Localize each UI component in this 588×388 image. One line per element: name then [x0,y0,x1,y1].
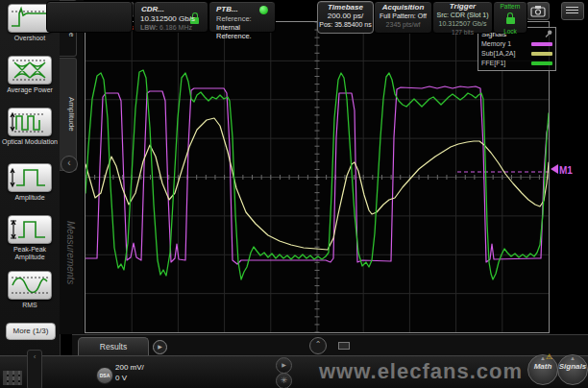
acquisition-panel[interactable]: Acquisition Full Pattern: Off 2345 pts/w… [374,1,432,34]
waveform-display[interactable]: 35.85400 ns Signals Memory 1 Sub[1A,2A] … [85,21,550,333]
math-label: Math [528,362,557,371]
results-bar: Results ▶ ⌃ [72,334,588,356]
camera-icon [528,4,548,18]
measurement-label: Average Power [0,86,60,94]
math-up-arrow-icon: ▲ [528,355,557,362]
signals-up-arrow-icon: ▲ [558,355,587,362]
trigger-line3: 127 bits [433,28,492,36]
status-bar [0,355,588,388]
math-warning-icon: ⚠ [546,353,552,361]
cdr-rate: 10.312500 Gb/s [140,14,195,23]
settings-gear-button[interactable]: ✳ [276,373,292,388]
math-button[interactable]: ▲ Math [527,354,558,385]
amplitude-icon [8,163,52,192]
acquisition-line1: Full Pattern: Off [375,12,431,20]
cdr-lbw-label: LBW: [140,24,158,31]
timebase-title: Timebase [318,3,373,12]
acquisition-line2: 2345 pts/wf [375,20,431,29]
legend-item-sub: Sub[1A,2A] [481,49,552,59]
pin-icon[interactable] [545,30,552,37]
measurements-sidebar: Overshoot Average Power Optical Modulati… [0,0,61,355]
cdr-lbw-value: 6.186 MHz [159,24,192,31]
average-power-icon [8,56,52,85]
tab-amplitude[interactable]: Amplitude [60,58,77,171]
menu-button[interactable] [561,2,584,20]
dsa-channel-badge[interactable]: DSA [96,367,113,384]
trigger-title: Trigger [433,2,492,11]
sub-swatch [531,52,552,56]
collapsed-panel-tab[interactable]: ‹ [27,350,42,388]
hamburger-icon [566,7,578,15]
screenshot-button[interactable] [527,2,550,20]
measurement-peak-peak-amplitude[interactable]: Peak-Peak Amplitude [0,215,60,261]
panel-resize-button[interactable] [338,342,350,350]
pattern-lock-icon [506,17,515,24]
marker-arrow-icon [551,164,558,174]
marker-m1[interactable]: M1 [551,164,573,176]
signals-label: Signals [558,362,587,371]
memory1-swatch [531,42,552,46]
cdr-title: CDR... [141,5,164,13]
measurement-label: Optical Modulation [0,138,60,146]
measurement-label: RMS [0,302,60,309]
timebase-panel[interactable]: Timebase 200.00 ps/ Pos: 35.85400 ns [317,1,374,34]
measurement-amplitude[interactable]: Amplitude [0,163,60,202]
timebase-position: Pos: 35.85400 ns [318,20,373,29]
acquisition-title: Acquisition [375,3,431,12]
trigger-line1: Src: CDR (Slot 1) [433,11,492,19]
collapse-sidebar-button[interactable]: ‹ [61,156,78,173]
ptb-line1: Reference: [216,14,252,23]
measurement-label: Peak-Peak Amplitude [0,246,60,261]
oscilloscope-app: Overshoot Average Power Optical Modulati… [0,0,588,388]
channel-offset[interactable]: 0 V [115,374,127,382]
signals-button[interactable]: ▲ Signals [557,354,588,385]
panel-expand-button[interactable]: ⌃ [309,337,327,354]
ptb-title: PTB... [216,5,238,13]
channel-scale[interactable]: 200 mV/ [115,363,144,372]
channel-panel[interactable] [46,1,133,33]
cdr-panel[interactable]: CDR... 10.312500 Gb/s LBW: 6.186 MHz [134,1,208,33]
more-measurements-button[interactable]: More (1/3) [6,323,56,340]
results-expand-icon[interactable]: ▶ [153,340,167,354]
measurement-average-power[interactable]: Average Power [0,56,60,94]
measurement-label: Amplitude [0,194,60,202]
ptb-line2: Internal Reference. [216,23,275,40]
results-tab[interactable]: Results [78,337,149,356]
timebase-scale: 200.00 ps/ [318,12,373,20]
optical-modulation-icon [8,108,52,136]
run-button[interactable]: ▶ [276,357,292,374]
legend-item-ffe: FFE[F1] [481,59,552,68]
trigger-line2: 10.312507 Gb/s [433,19,492,28]
measurement-rms[interactable]: RMS [0,271,60,309]
measurement-optical-modulation[interactable]: Optical Modulation [0,108,60,146]
ptb-status-dot [259,6,268,14]
pattern-lock-panel[interactable]: Pattern Lock [493,1,527,34]
pattern-lock-bottom: Lock [494,28,527,36]
rms-icon [8,271,52,300]
legend-item-memory1: Memory 1 [481,39,552,49]
measurements-panel-title: Measurements [61,221,76,346]
measurement-label: Overshoot [0,35,60,42]
ptb-panel[interactable]: PTB... Reference: Internal Reference. [208,1,276,33]
app-grid-icon[interactable] [3,371,22,385]
ffe-swatch [531,61,552,65]
pattern-lock-top: Pattern [494,3,527,11]
peak-peak-amplitude-icon [8,215,52,244]
trigger-panel[interactable]: Trigger Src: CDR (Slot 1) 10.312507 Gb/s… [432,1,493,34]
